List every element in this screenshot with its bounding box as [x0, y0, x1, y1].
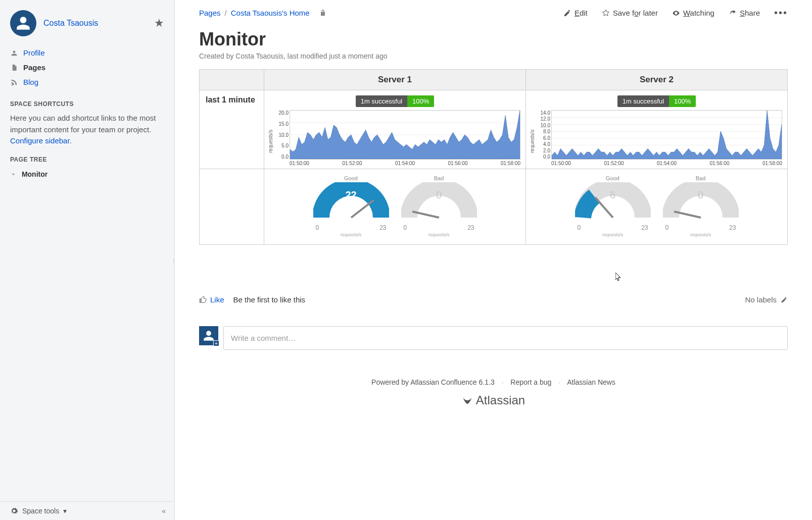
likes-row: Like Be the first to like this No labels — [199, 295, 788, 304]
sidebar: Costa Tsaousis ★ Profile Pages Blog SPAC… — [0, 0, 175, 520]
page-tree-item-label: Monitor — [22, 170, 47, 178]
edit-button[interactable]: Edit — [563, 9, 588, 17]
space-header: Costa Tsaousis ★ — [0, 5, 174, 41]
footer-report-bug[interactable]: Report a bug — [510, 378, 551, 386]
person-icon — [10, 49, 18, 57]
space-tools-button[interactable]: Space tools ▾ — [22, 507, 67, 515]
cell-server1-gauges: Good 22 023 requests/s Bad 0 023 request… — [264, 169, 526, 245]
person-icon — [15, 15, 32, 32]
sidebar-item-label: Profile — [23, 48, 45, 57]
breadcrumb-page[interactable]: Costa Tsaousis's Home — [231, 9, 310, 17]
like-status: Be the first to like this — [233, 295, 306, 304]
cell-server2-gauges: Good 6 023 requests/s Bad 0 023 requests… — [526, 169, 788, 245]
atlassian-icon — [462, 395, 473, 406]
rss-icon — [10, 78, 18, 86]
footer-powered: Powered by Atlassian Confluence 6.1.3 — [371, 378, 495, 386]
sidebar-nav: Profile Pages Blog — [0, 41, 174, 93]
page-tree: Monitor — [0, 166, 174, 182]
table-col-server1: Server 1 — [264, 70, 526, 90]
sidebar-item-blog[interactable]: Blog — [0, 75, 174, 89]
gauge-good: Good 22 023 requests/s — [311, 175, 392, 237]
table-col-server2: Server 2 — [526, 70, 788, 90]
atlassian-logo[interactable]: Atlassian — [199, 393, 788, 407]
sidebar-footer: Space tools ▾ « — [0, 501, 174, 520]
star-icon[interactable]: ★ — [154, 17, 164, 30]
cursor-icon — [615, 273, 622, 282]
page-title: Monitor — [199, 29, 788, 50]
sidebar-item-pages[interactable]: Pages — [0, 60, 174, 75]
breadcrumb: Pages / Costa Tsaousis's Home — [199, 9, 327, 17]
page-tree-item[interactable]: Monitor — [10, 168, 164, 180]
more-actions-button[interactable]: ••• — [774, 7, 788, 19]
cell-server1-chart: 1m successful 100% requests/s 20.015.010… — [264, 90, 526, 169]
chart-server2: requests/s 14.012.010.08.06.04.02.00.0 0… — [529, 110, 784, 167]
unlock-icon[interactable] — [319, 9, 327, 17]
pages-icon — [10, 64, 18, 72]
labels-section: No labels — [745, 295, 788, 304]
page-actions: Edit Save for later Watching Share ••• — [563, 7, 788, 19]
add-icon: + — [213, 340, 219, 346]
comment-row: + Write a comment… — [199, 326, 788, 350]
shortcuts-text: Here you can add shortcut links to the m… — [0, 111, 174, 149]
comment-avatar[interactable]: + — [199, 326, 218, 345]
configure-sidebar-link[interactable]: Configure sidebar — [10, 136, 70, 145]
row-label: last 1 minute — [200, 90, 264, 169]
sidebar-item-profile[interactable]: Profile — [0, 45, 174, 60]
page-footer: Powered by Atlassian Confluence 6.1.3 · … — [199, 378, 788, 407]
gauge-good: Good 6 023 requests/s — [572, 175, 653, 237]
space-avatar[interactable] — [10, 10, 36, 36]
page-tree-heading: PAGE TREE — [0, 149, 174, 166]
row-empty — [200, 169, 264, 245]
gear-icon — [10, 507, 18, 515]
gauge-bad: Bad 0 023 requests/s — [399, 175, 480, 237]
monitor-table: Server 1 Server 2 last 1 minute 1m succe… — [199, 69, 788, 245]
space-name-link[interactable]: Costa Tsaousis — [43, 19, 98, 28]
share-button[interactable]: Share — [729, 9, 760, 17]
cell-server2-chart: 1m successful 100% requests/s 14.012.010… — [526, 90, 788, 169]
yticks: 14.012.010.08.06.04.02.00.0 — [533, 110, 550, 160]
like-button[interactable]: Like — [199, 295, 224, 304]
svg-line-13 — [351, 200, 374, 218]
save-for-later-button[interactable]: Save for later — [602, 9, 658, 17]
sidebar-item-label: Pages — [23, 63, 45, 72]
share-icon — [729, 9, 737, 17]
shortcuts-heading: SPACE SHORTCUTS — [0, 93, 174, 111]
pencil-icon[interactable] — [781, 296, 788, 303]
xticks: 01:50:0001:52:0001:54:0001:56:0001:58:00 — [551, 161, 782, 167]
collapse-sidebar-icon[interactable]: « — [162, 507, 164, 515]
thumbs-up-icon — [199, 296, 207, 304]
breadcrumb-root[interactable]: Pages — [199, 9, 221, 17]
topbar: Pages / Costa Tsaousis's Home Edit Save … — [199, 7, 788, 19]
sidebar-item-label: Blog — [23, 78, 38, 86]
table-corner — [200, 70, 264, 90]
breadcrumb-separator: / — [225, 9, 227, 17]
gauge-bad: Bad 0 023 requests/s — [660, 175, 741, 237]
footer-news[interactable]: Atlassian News — [567, 378, 615, 386]
yticks: 20.015.010.05.00.0 — [271, 110, 289, 160]
pencil-icon — [563, 9, 571, 17]
watching-button[interactable]: Watching — [672, 9, 714, 17]
main-content: Pages / Costa Tsaousis's Home Edit Save … — [175, 0, 812, 520]
status-badge: 1m successful 100% — [356, 95, 435, 107]
status-badge: 1m successful 100% — [617, 95, 696, 107]
eye-icon — [672, 9, 680, 17]
star-outline-icon — [602, 9, 610, 17]
chart-server1: requests/s 20.015.010.05.00.0 01:50:0001… — [267, 110, 522, 167]
comment-input[interactable]: Write a comment… — [223, 326, 788, 350]
page-byline: Created by Costa Tsaousis, last modified… — [199, 52, 788, 60]
xticks: 01:50:0001:52:0001:54:0001:56:0001:58:00 — [290, 161, 520, 167]
